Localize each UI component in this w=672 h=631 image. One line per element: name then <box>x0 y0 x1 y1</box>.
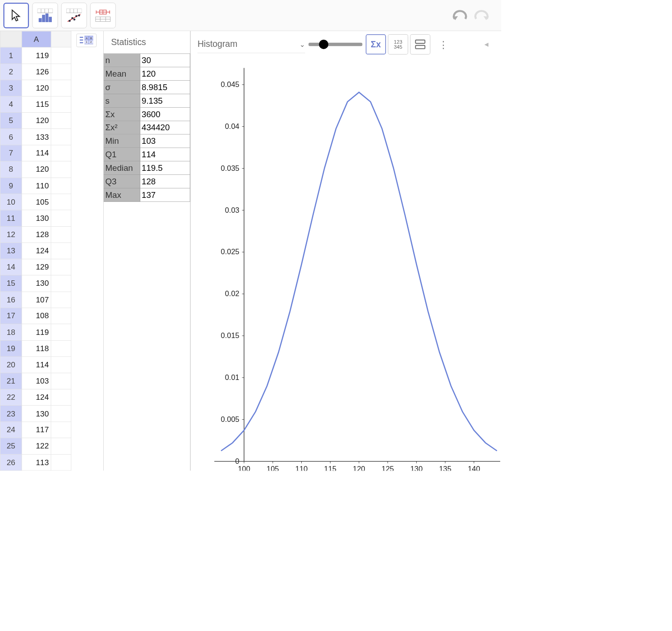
cell[interactable]: 107 <box>22 292 51 308</box>
cell[interactable]: 128 <box>22 226 51 242</box>
cell[interactable]: 120 <box>22 113 51 129</box>
cell[interactable]: 130 <box>22 210 51 226</box>
cursor-tool-button[interactable] <box>3 3 29 28</box>
cell[interactable]: 110 <box>22 178 51 194</box>
row-header[interactable]: 17 <box>0 308 22 324</box>
row-header[interactable]: 12 <box>0 226 22 242</box>
row-header[interactable]: 11 <box>0 210 22 226</box>
svg-text:125: 125 <box>382 465 394 471</box>
row-header[interactable]: 22 <box>0 389 22 405</box>
svg-rect-8 <box>66 9 82 13</box>
slider-thumb[interactable] <box>319 40 328 49</box>
svg-text:130: 130 <box>410 465 423 471</box>
svg-rect-5 <box>42 14 45 22</box>
svg-text:100: 100 <box>238 465 250 471</box>
svg-text:0.005: 0.005 <box>221 415 239 423</box>
row-header[interactable]: 7 <box>0 145 22 161</box>
cell[interactable]: 113 <box>22 454 51 471</box>
svg-rect-4 <box>39 18 42 22</box>
cell[interactable]: 119 <box>22 47 51 64</box>
sheet-format-icon[interactable]: AB12 <box>76 34 97 47</box>
row-header[interactable]: 15 <box>0 275 22 292</box>
stat-value: 119.5 <box>140 161 190 175</box>
chart-type-label: Histogram <box>198 39 237 50</box>
cell[interactable]: 130 <box>22 275 51 292</box>
cell[interactable]: 120 <box>22 161 51 178</box>
row-header[interactable]: 26 <box>0 454 22 471</box>
cell[interactable]: 130 <box>22 406 51 422</box>
row-header[interactable]: 2 <box>0 64 22 80</box>
row-header[interactable]: 10 <box>0 194 22 210</box>
cell[interactable]: 118 <box>22 340 51 357</box>
collapse-panel-button[interactable]: ◂ <box>479 40 495 49</box>
row-header[interactable]: 4 <box>0 96 22 112</box>
row-header[interactable]: 3 <box>0 80 22 96</box>
row-header[interactable]: 18 <box>0 324 22 340</box>
spreadsheet[interactable]: A111921263120411551206133711481209110101… <box>0 31 71 471</box>
stat-label: n <box>104 54 140 67</box>
svg-rect-0 <box>37 9 53 13</box>
cell[interactable]: 124 <box>22 242 51 259</box>
stat-label: Max <box>104 188 140 201</box>
svg-point-14 <box>71 17 73 19</box>
column-header[interactable]: A <box>22 31 51 47</box>
cell[interactable]: 117 <box>22 422 51 438</box>
cell[interactable]: 133 <box>22 129 51 145</box>
more-options-button[interactable]: ⋮ <box>434 38 453 50</box>
stat-label: s <box>104 94 140 108</box>
row-header[interactable]: 21 <box>0 373 22 389</box>
boxplot-tool-button[interactable] <box>90 3 116 28</box>
undo-button[interactable] <box>450 6 469 25</box>
stat-label: Q1 <box>104 148 140 161</box>
cell[interactable]: 124 <box>22 389 51 405</box>
layout-button[interactable] <box>410 34 430 55</box>
row-header[interactable]: 8 <box>0 161 22 178</box>
cell[interactable]: 119 <box>22 324 51 340</box>
stat-value: 128 <box>140 175 190 188</box>
stat-value: 434420 <box>140 121 190 134</box>
stat-value: 3600 <box>140 107 190 121</box>
row-header[interactable]: 23 <box>0 406 22 422</box>
svg-text:B: B <box>90 37 92 40</box>
density-chart: 00.0050.010.0150.020.0250.030.0350.040.0… <box>191 58 500 471</box>
row-header[interactable]: 5 <box>0 113 22 129</box>
sigma-x-button[interactable]: Σx <box>366 34 386 55</box>
row-header[interactable]: 13 <box>0 242 22 259</box>
svg-text:0.02: 0.02 <box>225 289 239 297</box>
histogram-tool-button[interactable] <box>32 3 58 28</box>
cell[interactable]: 129 <box>22 259 51 275</box>
stat-value: 137 <box>140 188 190 201</box>
cell[interactable]: 103 <box>22 373 51 389</box>
stat-label: Q3 <box>104 175 140 188</box>
cell[interactable]: 108 <box>22 308 51 324</box>
row-header[interactable]: 1 <box>0 47 22 64</box>
svg-text:0.045: 0.045 <box>221 80 239 88</box>
cell[interactable]: 122 <box>22 438 51 454</box>
cell[interactable]: 120 <box>22 80 51 96</box>
cell[interactable]: 105 <box>22 194 51 210</box>
bin-width-slider[interactable] <box>308 43 362 46</box>
scatter-tool-button[interactable] <box>61 3 87 28</box>
cell[interactable]: 115 <box>22 96 51 112</box>
svg-text:0.01: 0.01 <box>225 373 239 381</box>
chart-type-dropdown[interactable]: Histogram ⌄ <box>198 36 305 53</box>
row-header[interactable]: 6 <box>0 129 22 145</box>
cell[interactable]: 126 <box>22 64 51 80</box>
svg-text:0.03: 0.03 <box>225 206 239 214</box>
row-header[interactable]: 24 <box>0 422 22 438</box>
numbers-button[interactable]: 123345 <box>388 34 408 55</box>
row-header[interactable]: 14 <box>0 259 22 275</box>
stat-label: Median <box>104 161 140 175</box>
stat-label: σ <box>104 81 140 94</box>
row-header[interactable]: 16 <box>0 292 22 308</box>
row-header[interactable]: 20 <box>0 357 22 373</box>
row-header[interactable]: 9 <box>0 178 22 194</box>
svg-point-17 <box>78 14 80 16</box>
row-header[interactable]: 19 <box>0 340 22 357</box>
row-header[interactable]: 25 <box>0 438 22 454</box>
redo-button[interactable] <box>472 6 491 25</box>
svg-text:115: 115 <box>324 465 336 471</box>
cell[interactable]: 114 <box>22 357 51 373</box>
cell[interactable]: 114 <box>22 145 51 161</box>
svg-text:0.04: 0.04 <box>225 122 239 130</box>
